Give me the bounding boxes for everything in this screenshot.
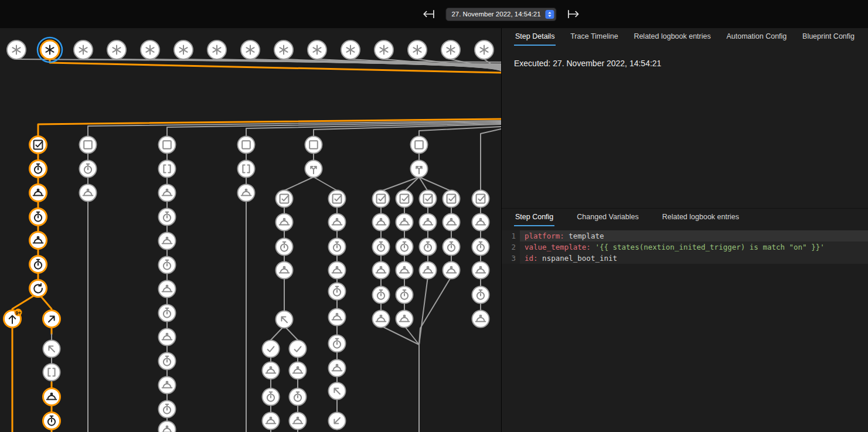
dome-node[interactable] <box>30 185 47 202</box>
timer-node[interactable] <box>43 413 60 430</box>
timer-node[interactable] <box>30 256 47 273</box>
dome-node[interactable] <box>472 311 489 328</box>
timer-node[interactable] <box>159 401 176 418</box>
dome-node[interactable] <box>290 362 307 379</box>
asterisk-node[interactable] <box>207 40 226 59</box>
dome-node[interactable] <box>30 232 47 249</box>
timer-node[interactable] <box>30 209 47 226</box>
dome-node[interactable] <box>420 214 437 231</box>
asterisk-node[interactable] <box>308 40 326 59</box>
check-node[interactable] <box>290 341 307 358</box>
timer-node[interactable] <box>329 239 346 256</box>
dome-node[interactable] <box>329 214 346 231</box>
arrow-ne-node[interactable] <box>43 311 60 328</box>
check-square-node[interactable] <box>30 137 47 154</box>
tab-step-config[interactable]: Step Config <box>514 209 554 226</box>
check-square-node[interactable] <box>373 191 390 208</box>
asterisk-node[interactable] <box>7 40 26 59</box>
trace-datetime-select[interactable]: 27. November 2022, 14:54:21 <box>445 8 556 21</box>
timer-node[interactable] <box>420 239 437 256</box>
timer-node[interactable] <box>30 161 47 178</box>
asterisk-node[interactable] <box>341 40 360 59</box>
timer-node[interactable] <box>472 287 489 304</box>
check-node[interactable] <box>263 341 280 358</box>
timer-node[interactable] <box>263 389 280 406</box>
asterisk-node[interactable] <box>441 40 460 59</box>
split-node[interactable] <box>305 161 322 178</box>
timer-node[interactable] <box>373 239 390 256</box>
square-node[interactable] <box>238 137 255 154</box>
dome-node[interactable] <box>329 262 346 279</box>
dome-node[interactable] <box>263 362 280 379</box>
dome-node[interactable] <box>329 360 346 377</box>
dome-node[interactable] <box>159 329 176 346</box>
arrow-sw-node[interactable] <box>329 413 346 430</box>
asterisk-node[interactable] <box>107 40 126 59</box>
split-node[interactable] <box>411 161 428 178</box>
square-node[interactable] <box>159 137 176 154</box>
asterisk-node[interactable] <box>375 40 393 59</box>
check-square-node[interactable] <box>276 191 293 208</box>
dome-node[interactable] <box>443 214 460 231</box>
dome-node[interactable] <box>396 311 413 328</box>
arrow-nw-node[interactable] <box>43 341 60 358</box>
asterisk-node[interactable] <box>274 40 293 59</box>
square-node[interactable] <box>411 137 428 154</box>
dome-node[interactable] <box>420 262 437 279</box>
dome-node[interactable] <box>80 185 97 202</box>
timer-node[interactable] <box>396 239 413 256</box>
asterisk-node[interactable] <box>141 40 159 59</box>
arrow-nw-node[interactable] <box>276 311 293 328</box>
tab-related-logbook-entries[interactable]: Related logbook entries <box>632 28 712 46</box>
brackets-node[interactable] <box>159 161 176 178</box>
brackets-node[interactable] <box>43 364 60 381</box>
dome-node[interactable] <box>159 185 176 202</box>
check-square-node[interactable] <box>396 191 413 208</box>
check-square-node[interactable] <box>329 191 346 208</box>
asterisk-node[interactable] <box>408 40 427 59</box>
timer-node[interactable] <box>329 335 346 352</box>
tab-changed-variables[interactable]: Changed Variables <box>576 209 639 226</box>
dome-node[interactable] <box>396 214 413 231</box>
dome-node[interactable] <box>276 262 293 279</box>
square-node[interactable] <box>305 137 322 154</box>
previous-trace-button[interactable] <box>420 6 437 22</box>
dome-node[interactable] <box>238 185 255 202</box>
dome-node[interactable] <box>329 309 346 326</box>
tab-blueprint-config[interactable]: Blueprint Config <box>801 28 856 46</box>
square-node[interactable] <box>80 137 97 154</box>
dome-node[interactable] <box>159 377 176 394</box>
timer-node[interactable] <box>396 287 413 304</box>
check-square-node[interactable] <box>472 191 489 208</box>
dome-node[interactable] <box>373 214 390 231</box>
dome-node[interactable] <box>159 281 176 298</box>
asterisk-node[interactable] <box>74 40 93 59</box>
timer-node[interactable] <box>159 305 176 322</box>
timer-node[interactable] <box>80 161 97 178</box>
repeat-node[interactable] <box>30 280 47 297</box>
next-trace-button[interactable] <box>566 6 582 22</box>
timer-node[interactable] <box>329 283 346 300</box>
asterisk-node[interactable] <box>475 40 493 59</box>
dome-node[interactable] <box>290 413 307 430</box>
dome-node[interactable] <box>159 233 176 250</box>
timer-node[interactable] <box>159 209 176 226</box>
brackets-node[interactable] <box>238 161 255 178</box>
timer-node[interactable] <box>159 353 176 370</box>
asterisk-node[interactable] <box>38 38 62 62</box>
tab-step-details[interactable]: Step Details <box>514 28 556 46</box>
tab-automation-config[interactable]: Automation Config <box>725 28 788 46</box>
dome-node[interactable] <box>43 389 60 406</box>
check-square-node[interactable] <box>420 191 437 208</box>
asterisk-node[interactable] <box>241 40 260 59</box>
tab-related-logbook-entries[interactable]: Related logbook entries <box>661 209 740 226</box>
dome-node[interactable] <box>472 214 489 231</box>
arrow-nw-node[interactable] <box>329 383 346 400</box>
asterisk-node[interactable] <box>174 40 193 59</box>
dome-node[interactable] <box>396 262 413 279</box>
timer-node[interactable] <box>276 239 293 256</box>
timer-node[interactable] <box>290 389 307 406</box>
timer-node[interactable] <box>373 287 390 304</box>
timer-node[interactable] <box>472 239 489 256</box>
arrow-up-node[interactable]: 9+ <box>4 309 22 328</box>
